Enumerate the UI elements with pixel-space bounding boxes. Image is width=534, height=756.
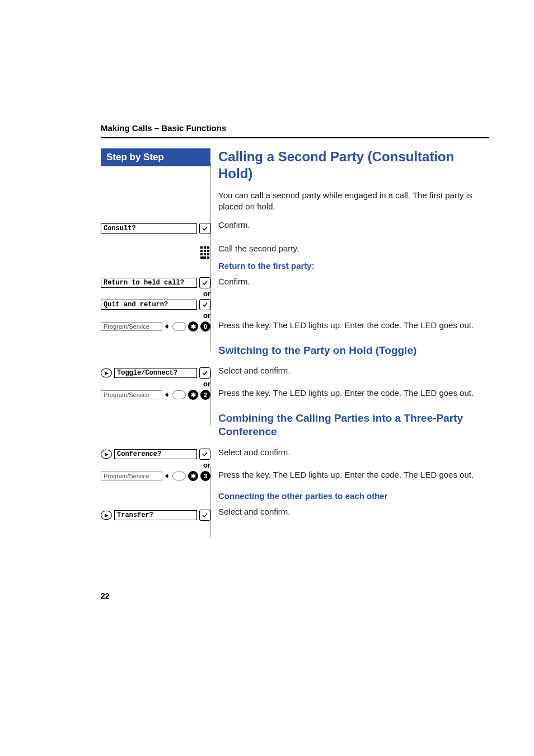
- digit-3-key-icon[interactable]: 3: [200, 471, 210, 481]
- or-label: or: [101, 288, 210, 299]
- press-key-text: Press the key. The LED lights up. Enter …: [218, 469, 489, 480]
- spacer: [101, 332, 210, 367]
- call-second-text: Call the second party.: [218, 243, 489, 254]
- menu-consult[interactable]: Consult?: [101, 223, 197, 234]
- program-service-key[interactable]: Program/Service: [101, 472, 162, 480]
- confirm-text: Confirm.: [218, 276, 489, 287]
- keypad-row: [101, 246, 210, 259]
- select-confirm-text: Select and confirm.: [218, 447, 489, 458]
- step-by-step-heading: Step by Step: [101, 148, 210, 166]
- ok-icon[interactable]: [199, 277, 210, 288]
- ok-icon[interactable]: [199, 449, 210, 460]
- menu-return-row: Return to held call?: [101, 277, 210, 288]
- menu-toggle-row: ▶ Toggle/Connect?: [101, 367, 210, 379]
- digit-2-key-icon[interactable]: 2: [200, 390, 210, 400]
- conference-heading: Combining the Calling Parties into a Thr…: [218, 412, 489, 439]
- program-service-row: Program/Service 2: [101, 389, 210, 400]
- column-separator: [210, 370, 211, 426]
- press-key-text: Press the key. The LED lights up. Enter …: [218, 388, 489, 399]
- section-header: Making Calls – Basic Functions: [101, 123, 489, 133]
- program-service-row: Program/Service 0: [101, 321, 210, 332]
- led-lamp-icon: [165, 324, 170, 329]
- ok-icon[interactable]: [199, 510, 210, 521]
- connecting-heading: Connecting the other parties to each oth…: [218, 491, 489, 501]
- spacer: [101, 259, 210, 277]
- oval-key-icon[interactable]: [172, 472, 186, 480]
- star-key-icon[interactable]: [188, 471, 198, 481]
- led-lamp-icon: [165, 392, 170, 398]
- or-label: or: [101, 460, 210, 470]
- scroll-arrow-icon[interactable]: ▶: [101, 368, 112, 377]
- menu-quit-and-return[interactable]: Quit and return?: [101, 300, 197, 310]
- menu-transfer[interactable]: Transfer?: [114, 510, 197, 520]
- confirm-text: Confirm.: [218, 220, 489, 231]
- header-rule: [101, 137, 489, 138]
- spacer: [101, 482, 210, 510]
- keypad-icon: [200, 246, 210, 259]
- select-confirm-text: Select and confirm.: [218, 365, 489, 376]
- column-separator: [210, 163, 211, 351]
- or-label: or: [101, 379, 210, 389]
- scroll-arrow-icon[interactable]: ▶: [101, 450, 112, 459]
- program-service-key[interactable]: Program/Service: [101, 390, 162, 399]
- program-service-key[interactable]: Program/Service: [101, 322, 162, 331]
- menu-toggle-connect[interactable]: Toggle/Connect?: [114, 368, 197, 378]
- return-first-heading: Return to the first party:: [218, 261, 489, 270]
- scroll-arrow-icon[interactable]: ▶: [101, 511, 112, 520]
- select-confirm-text: Select and confirm.: [218, 506, 489, 517]
- oval-key-icon[interactable]: [172, 322, 186, 331]
- page-title: Calling a Second Party (Consultation Hol…: [218, 148, 489, 182]
- menu-conference[interactable]: Conference?: [114, 449, 197, 459]
- oval-key-icon[interactable]: [172, 390, 186, 399]
- spacer: [101, 166, 210, 223]
- intro-text: You can call a second party while engage…: [218, 190, 489, 213]
- digit-0-key-icon[interactable]: 0: [200, 321, 210, 332]
- star-key-icon[interactable]: [188, 321, 198, 332]
- press-key-text: Press the key. The LED lights up. Enter …: [218, 320, 489, 331]
- menu-quit-return-row: Quit and return?: [101, 299, 210, 310]
- menu-consult-row: Consult?: [101, 223, 210, 234]
- spacer: [218, 237, 489, 243]
- program-service-row: Program/Service 3: [101, 470, 210, 482]
- spacer: [101, 234, 210, 246]
- spacer: [101, 400, 210, 449]
- toggle-heading: Switching to the Party on Hold (Toggle): [218, 344, 489, 358]
- or-label: or: [101, 310, 210, 321]
- ok-icon[interactable]: [199, 367, 210, 379]
- menu-return-to-held-call[interactable]: Return to held call?: [101, 278, 197, 288]
- column-separator: [210, 466, 211, 538]
- menu-transfer-row: ▶ Transfer?: [101, 510, 210, 521]
- menu-conference-row: ▶ Conference?: [101, 449, 210, 460]
- ok-icon[interactable]: [199, 299, 210, 310]
- page-number: 22: [101, 591, 489, 600]
- led-lamp-icon: [165, 473, 170, 479]
- star-key-icon[interactable]: [188, 390, 198, 400]
- ok-icon[interactable]: [199, 223, 210, 234]
